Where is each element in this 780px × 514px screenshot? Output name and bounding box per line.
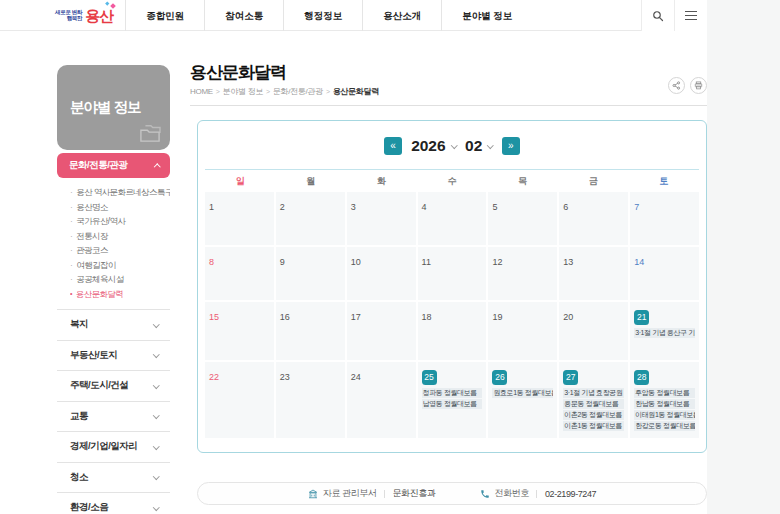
year-value: 2026	[411, 137, 445, 155]
calendar-day-cell: 1	[205, 192, 274, 245]
nav-item[interactable]: 분야별 정보	[441, 0, 532, 31]
calendar-event[interactable]: 용문동 정월대보름	[563, 399, 624, 409]
printer-icon	[694, 81, 703, 90]
calendar-event[interactable]: 청파동 정월대보름	[422, 388, 483, 398]
sidebar-section-label: 환경/소음	[70, 501, 108, 514]
day-number: 5	[492, 202, 497, 213]
breadcrumb-separator: >	[216, 88, 220, 95]
calendar-event[interactable]: 원효로1동 정월대보름	[492, 388, 553, 398]
calendar-day-cell: 12	[488, 247, 557, 300]
sidebar-sub-item[interactable]: 여행길잡이	[70, 258, 170, 273]
breadcrumb-item[interactable]: 분야별 정보	[223, 87, 263, 96]
sidebar-section[interactable]: 교통	[57, 401, 170, 432]
year-select[interactable]: 2026	[411, 137, 456, 155]
sidebar-section[interactable]: 주택/도시/건설	[57, 370, 170, 401]
day-number[interactable]: 25	[422, 370, 437, 385]
day-number[interactable]: 27	[563, 370, 578, 385]
calendar-day-cell: 11	[418, 247, 487, 300]
day-number: 17	[351, 312, 361, 323]
phone-value: 02-2199-7247	[545, 489, 596, 499]
calendar-day-cell: 6	[559, 192, 628, 245]
calendar-day-cell: 273·1절 기념 효창공원용문동 정월대보름이촌2동 정월대보름이촌1동 정월…	[559, 362, 628, 438]
sidebar-section-label: 부동산/토지	[70, 349, 117, 362]
dept-label: 자료 관리부서	[323, 487, 377, 500]
sidebar-sub-item[interactable]: 국가유산/역사	[70, 214, 170, 229]
calendar-event[interactable]: 3·1절 기념 용산구 기	[634, 328, 695, 338]
month-select[interactable]: 02	[465, 137, 493, 155]
calendar-day-cell: 18	[418, 302, 487, 360]
calendar-event[interactable]: 이태원1동 정월대보름	[634, 410, 695, 420]
calendar-day-cell: 9	[276, 247, 345, 300]
calendar-day-cell: 5	[488, 192, 557, 245]
breadcrumb: HOME>분야별 정보>문화/전통/관광>용산문화달력	[190, 86, 707, 97]
day-events: 청파동 정월대보름남영동 정월대보름	[422, 388, 483, 409]
sidebar-section[interactable]: 경제/기업/일자리	[57, 431, 170, 462]
prev-month-button[interactable]: «	[384, 137, 402, 155]
nav-item[interactable]: 참여소통	[204, 0, 283, 31]
nav-item[interactable]: 용산소개	[362, 0, 441, 31]
day-events: 후암동 정월대보름한남동 정월대보름이태원1동 정월대보름한강로동 정월대보름	[634, 388, 695, 431]
weekday-label: 일	[236, 175, 245, 188]
calendar-day-cell: 7	[630, 192, 699, 245]
calendar-event[interactable]: 3·1절 기념 효창공원	[563, 388, 624, 398]
breadcrumb-separator: >	[266, 88, 270, 95]
calendar-day-cell: 16	[276, 302, 345, 360]
calendar-day-cell: 13	[559, 247, 628, 300]
site-logo[interactable]: 새로운 변화행복한 용산	[55, 8, 113, 23]
sidebar-section[interactable]: 환경/소음	[57, 492, 170, 514]
sidebar-sub-item[interactable]: 용산 역사문화르네상스특구	[70, 185, 170, 200]
page-title: 용산문화달력	[190, 63, 707, 82]
logo-tagline: 새로운 변화행복한	[55, 9, 82, 21]
calendar-event[interactable]: 이촌2동 정월대보름	[563, 410, 624, 420]
logo-sparkle-icon	[110, 3, 116, 9]
calendar-event[interactable]: 후암동 정월대보름	[634, 388, 695, 398]
calendar-event[interactable]: 한남동 정월대보름	[634, 399, 695, 409]
day-number[interactable]: 28	[634, 370, 649, 385]
chevron-down-icon	[487, 142, 493, 148]
calendar-day-cell: 22	[205, 362, 274, 438]
calendar-event[interactable]: 이촌1동 정월대보름	[563, 421, 624, 431]
day-number: 19	[492, 312, 502, 323]
sidebar-section[interactable]: 복지	[57, 309, 170, 340]
sidebar-sub-item[interactable]: 용산명소	[70, 200, 170, 215]
search-button[interactable]	[641, 0, 674, 31]
sidebar-sub-item[interactable]: 공공체육시설	[70, 272, 170, 287]
calendar-event[interactable]: 한강로동 정월대보름	[634, 421, 695, 431]
day-number: 6	[563, 202, 568, 213]
nav-item[interactable]: 행정정보	[283, 0, 362, 31]
breadcrumb-item[interactable]: HOME	[190, 87, 213, 96]
day-number: 18	[422, 312, 432, 323]
calendar-day-cell: 25청파동 정월대보름남영동 정월대보름	[418, 362, 487, 438]
sidebar-section[interactable]: 부동산/토지	[57, 340, 170, 371]
share-button[interactable]	[668, 77, 685, 94]
day-number[interactable]: 26	[492, 370, 507, 385]
chevron-down-icon	[153, 504, 159, 510]
print-button[interactable]	[690, 77, 707, 94]
search-icon	[652, 10, 664, 22]
breadcrumb-item[interactable]: 문화/전통/관광	[273, 87, 323, 96]
page-container: 새로운 변화행복한 용산 종합민원참여소통행정정보용산소개분야별 정보 분야별 …	[0, 0, 707, 514]
nav-item[interactable]: 종합민원	[125, 0, 204, 31]
day-number: 16	[280, 312, 290, 323]
sidebar-sub-item[interactable]: 용산문화달력	[70, 287, 170, 302]
managing-dept-group: 자료 관리부서 문화진흥과	[308, 487, 436, 500]
weekday-label: 화	[377, 175, 386, 188]
page-info-bar: 자료 관리부서 문화진흥과 전화번호 02-2199-7247	[197, 482, 707, 505]
day-events: 3·1절 기념 효창공원용문동 정월대보름이촌2동 정월대보름이촌1동 정월대보…	[563, 388, 624, 431]
weekday-label: 토	[659, 175, 668, 188]
header-actions	[641, 0, 707, 30]
menu-button[interactable]	[674, 0, 707, 31]
calendar-day-cell: 26원효로1동 정월대보름	[488, 362, 557, 438]
next-month-button[interactable]: »	[502, 137, 520, 155]
sidebar-sub-item[interactable]: 전통시장	[70, 229, 170, 244]
sidebar-sub-item[interactable]: 관광코스	[70, 243, 170, 258]
sidebar-section[interactable]: 청소	[57, 462, 170, 493]
sidebar-section-label: 복지	[70, 318, 88, 331]
building-icon	[308, 489, 318, 499]
body-wrap: 분야별 정보 문화/전통/관광 용산 역사문화르네상스특구용산명소국가유산/역사…	[0, 31, 707, 514]
calendar-event[interactable]: 남영동 정월대보름	[422, 399, 483, 409]
sidebar-item-culture-tourism[interactable]: 문화/전통/관광	[57, 153, 170, 178]
day-events: 3·1절 기념 용산구 기	[634, 328, 695, 338]
day-number[interactable]: 21	[634, 310, 649, 325]
sidebar-accordion: 복지부동산/토지주택/도시/건설교통경제/기업/일자리청소환경/소음	[57, 309, 170, 514]
